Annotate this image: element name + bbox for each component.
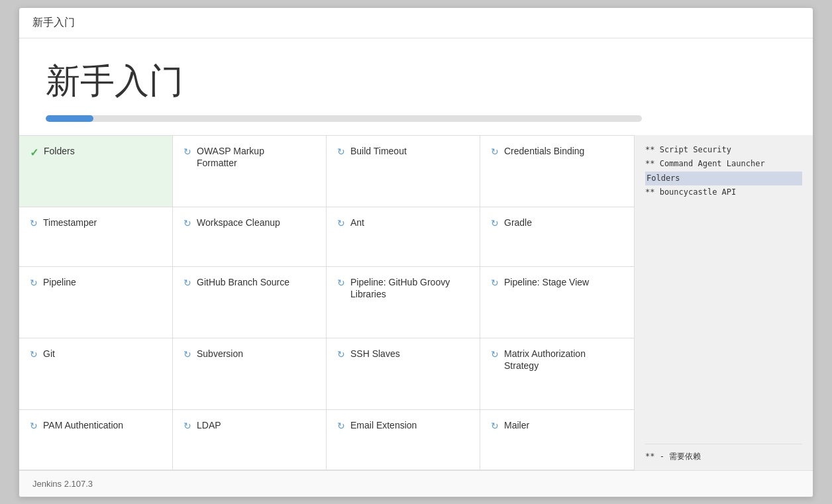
plugin-cell-git[interactable]: ↻ Git xyxy=(19,338,173,410)
window-title: 新手入门 xyxy=(19,8,813,38)
sidebar-line-1: ** Script Security xyxy=(645,143,802,158)
plugin-name-build-timeout: Build Timeout xyxy=(350,145,407,157)
plugin-name-pipeline: Pipeline xyxy=(43,276,76,288)
plugin-name-ldap: LDAP xyxy=(197,419,221,431)
refresh-icon-owasp: ↻ xyxy=(183,146,191,157)
plugin-name-stage-view: Pipeline: Stage View xyxy=(504,276,589,288)
plugin-cell-workspace-cleanup[interactable]: ↻ Workspace Cleanup xyxy=(173,207,327,267)
refresh-icon-subversion: ↻ xyxy=(183,349,191,360)
plugin-name-git: Git xyxy=(43,348,55,360)
refresh-icon-pipeline-groovy: ↻ xyxy=(337,277,345,288)
plugin-cell-gradle[interactable]: ↻ Gradle xyxy=(480,207,634,267)
plugin-cell-stage-view[interactable]: ↻ Pipeline: Stage View xyxy=(480,267,634,338)
plugin-name-subversion: Subversion xyxy=(197,348,243,360)
refresh-icon-ssh: ↻ xyxy=(337,349,345,360)
hero-title: 新手入门 xyxy=(46,58,183,105)
sidebar-line-3: ** bouncycastle API xyxy=(645,185,802,200)
refresh-icon-email-ext: ↻ xyxy=(337,421,345,431)
plugin-grid-wrapper: ✓ Folders ↻ OWASP MarkupFormatter ↻ Buil… xyxy=(19,135,813,470)
plugin-name-ssh: SSH Slaves xyxy=(350,348,400,360)
progress-bar-fill xyxy=(46,115,93,122)
plugin-cell-ssh-slaves[interactable]: ↻ SSH Slaves xyxy=(327,338,480,410)
plugin-name-pam: PAM Authentication xyxy=(43,419,123,431)
plugin-cell-credentials[interactable]: ↻ Credentials Binding xyxy=(480,136,634,207)
refresh-icon-ant: ↻ xyxy=(337,218,345,228)
plugin-cell-pipeline-groovy[interactable]: ↻ Pipeline: GitHub GroovyLibraries xyxy=(327,267,480,338)
plugin-name-workspace: Workspace Cleanup xyxy=(197,217,280,228)
refresh-icon-matrix: ↻ xyxy=(491,349,499,360)
refresh-icon-ldap: ↻ xyxy=(183,421,191,431)
refresh-icon-mailer: ↻ xyxy=(491,421,499,431)
sidebar-line-2: ** Command Agent Launcher xyxy=(645,157,802,172)
plugin-cell-folders[interactable]: ✓ Folders xyxy=(19,136,173,207)
plugin-name-credentials: Credentials Binding xyxy=(504,145,584,157)
title-text: 新手入门 xyxy=(32,17,75,28)
refresh-icon-workspace: ↻ xyxy=(183,218,191,228)
plugin-cell-subversion[interactable]: ↻ Subversion xyxy=(173,338,327,410)
plugin-cell-owasp[interactable]: ↻ OWASP MarkupFormatter xyxy=(173,136,327,207)
plugin-name-owasp: OWASP MarkupFormatter xyxy=(197,145,264,169)
hero-section: 新手入门 xyxy=(19,38,813,135)
footer-version: Jenkins 2.107.3 xyxy=(32,479,93,489)
plugin-cell-ant[interactable]: ↻ Ant xyxy=(327,207,480,267)
refresh-icon-pam: ↻ xyxy=(30,421,38,431)
sidebar-footer-text: ** - 需要依赖 xyxy=(645,452,701,461)
plugin-cell-pam[interactable]: ↻ PAM Authentication xyxy=(19,410,173,470)
progress-bar-container xyxy=(46,115,642,122)
refresh-icon-pipeline: ↻ xyxy=(30,277,38,288)
plugin-cell-ldap[interactable]: ↻ LDAP xyxy=(173,410,327,470)
sidebar-line-folders: Folders xyxy=(645,172,802,186)
plugin-cell-email-ext[interactable]: ↻ Email Extension xyxy=(327,410,480,470)
refresh-icon-credentials: ↻ xyxy=(491,146,499,157)
plugin-name-github-branch: GitHub Branch Source xyxy=(197,276,289,288)
plugin-cell-github-branch[interactable]: ↻ GitHub Branch Source xyxy=(173,267,327,338)
refresh-icon-github-branch: ↻ xyxy=(183,277,191,288)
refresh-icon-gradle: ↻ xyxy=(491,218,499,228)
plugin-name-gradle: Gradle xyxy=(504,217,532,228)
refresh-icon-timestamper: ↻ xyxy=(30,218,38,228)
plugin-cell-timestamper[interactable]: ↻ Timestamper xyxy=(19,207,173,267)
bottom-bar: Jenkins 2.107.3 xyxy=(19,470,813,497)
plugin-name-timestamper: Timestamper xyxy=(43,217,97,228)
plugin-name-email-ext: Email Extension xyxy=(350,419,417,431)
sidebar-footer: ** - 需要依赖 xyxy=(645,444,802,462)
main-window: 新手入门 新手入门 ✓ Folders ↻ OWASP MarkupFormat… xyxy=(19,7,813,497)
plugin-name-pipeline-groovy: Pipeline: GitHub GroovyLibraries xyxy=(350,276,450,300)
plugin-cell-build-timeout[interactable]: ↻ Build Timeout xyxy=(327,136,480,207)
sidebar-content: ** Script Security ** Command Agent Laun… xyxy=(645,143,802,444)
plugin-cell-matrix-auth[interactable]: ↻ Matrix AuthorizationStrategy xyxy=(480,338,634,410)
refresh-icon-git: ↻ xyxy=(30,349,38,360)
refresh-icon-build-timeout: ↻ xyxy=(337,146,345,157)
sidebar: ** Script Security ** Command Agent Laun… xyxy=(634,135,813,470)
plugin-grid: ✓ Folders ↻ OWASP MarkupFormatter ↻ Buil… xyxy=(19,135,634,470)
plugin-name-ant: Ant xyxy=(350,217,364,228)
main-content: 新手入门 ✓ Folders ↻ OWASP MarkupFormatter ↻… xyxy=(19,38,813,470)
check-icon: ✓ xyxy=(30,146,38,159)
plugin-cell-mailer[interactable]: ↻ Mailer xyxy=(480,410,634,470)
plugin-name-matrix: Matrix AuthorizationStrategy xyxy=(504,348,586,372)
plugin-name-folders: Folders xyxy=(44,145,75,157)
refresh-icon-stage-view: ↻ xyxy=(491,277,499,288)
plugin-name-mailer: Mailer xyxy=(504,419,529,431)
plugin-cell-pipeline[interactable]: ↻ Pipeline xyxy=(19,267,173,338)
